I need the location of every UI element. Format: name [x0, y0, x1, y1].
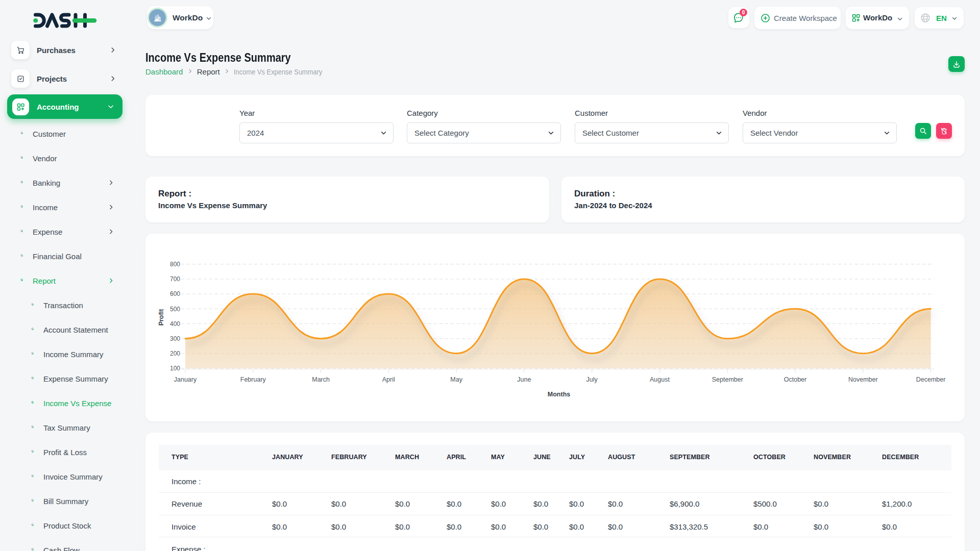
svg-text:March: March [312, 376, 330, 383]
svg-text:500: 500 [170, 306, 180, 313]
svg-text:February: February [240, 376, 266, 383]
svg-text:600: 600 [170, 290, 180, 297]
svg-text:400: 400 [170, 320, 180, 328]
svg-text:October: October [784, 376, 806, 383]
svg-text:700: 700 [170, 276, 180, 283]
svg-text:Profit: Profit [158, 309, 165, 325]
svg-text:September: September [712, 376, 743, 383]
svg-text:August: August [650, 376, 670, 383]
svg-text:800: 800 [170, 261, 180, 268]
svg-text:December: December [916, 376, 946, 383]
svg-text:June: June [517, 376, 531, 383]
svg-text:300: 300 [170, 335, 180, 342]
svg-text:April: April [382, 376, 395, 383]
svg-text:200: 200 [170, 350, 180, 357]
svg-text:January: January [174, 376, 197, 383]
svg-text:100: 100 [170, 365, 180, 372]
svg-text:May: May [450, 376, 462, 383]
svg-text:Months: Months [548, 391, 570, 398]
svg-text:July: July [586, 376, 598, 383]
svg-text:November: November [848, 376, 878, 383]
